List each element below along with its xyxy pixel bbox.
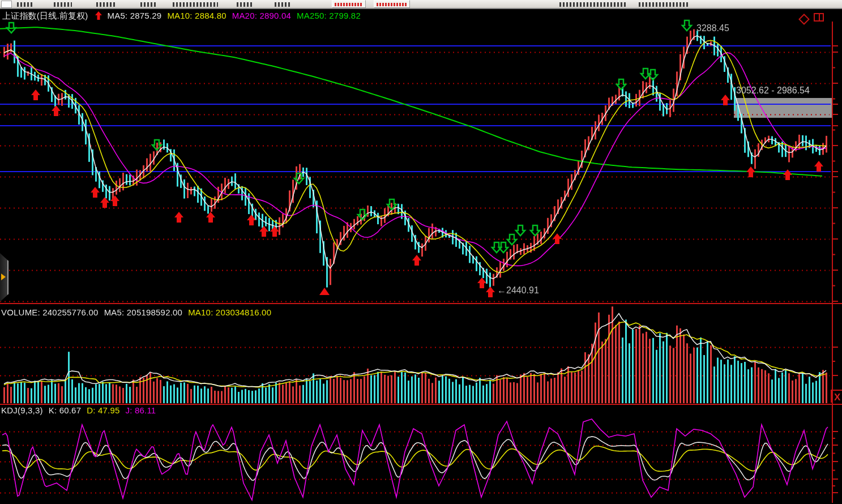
ma5-readout: MA5: 2875.29 (108, 11, 162, 20)
ma10-readout: MA10: 2884.80 (167, 11, 226, 20)
toolbar-item[interactable] (96, 2, 117, 7)
peak-price-label: 3288.45 (696, 23, 729, 33)
ma20-readout: MA20: 2890.04 (232, 11, 291, 20)
kdj-header: KDJ(9,3,3)K: 60.67D: 47.95J: 86.11 (1, 405, 161, 415)
symbol-title: 上证指数(日线.前复权) (2, 11, 88, 20)
expand-right-icon (1, 274, 6, 280)
kdj-j-readout: J: 86.11 (126, 405, 156, 415)
low-price-label: ←2440.91 (497, 285, 539, 296)
app-icon[interactable] (1, 1, 12, 8)
trading-terminal-window: 上证指数(日线.前复权)MA5: 2875.29MA10: 2884.80MA2… (0, 0, 842, 504)
up-arrow-icon (95, 11, 102, 20)
volume-header: VOLUME: 240255776.00MA5: 205198592.00MA1… (1, 307, 277, 317)
toolbar-item[interactable] (559, 2, 626, 7)
kdj-d-readout: D: 47.95 (87, 405, 119, 415)
main-chart-header: 上证指数(日线.前复权)MA5: 2875.29MA10: 2884.80MA2… (2, 11, 366, 22)
toolbar-red-button[interactable] (374, 0, 410, 8)
gap-range-label: 3052.62 - 2986.54 (736, 86, 810, 96)
toolbar-item[interactable] (639, 2, 690, 7)
toolbar-item[interactable] (173, 2, 218, 7)
indicator-x-label[interactable]: X (831, 390, 842, 403)
vol-ma10-readout: MA10: 203034816.00 (188, 307, 271, 317)
sidebar-collapse-handle[interactable] (0, 253, 8, 302)
vol-ma5-readout: MA5: 205198592.00 (104, 307, 183, 317)
toolbar-item[interactable] (54, 2, 72, 7)
toolbar-red-button[interactable] (332, 0, 366, 8)
toolbar-item[interactable] (275, 2, 292, 7)
ma250-readout: MA250: 2799.82 (297, 11, 361, 20)
top-toolbar (0, 0, 842, 9)
kdj-title: KDJ(9,3,3) (1, 405, 43, 415)
kdj-k-readout: K: 60.67 (49, 405, 81, 415)
split-window-icon[interactable] (814, 13, 824, 22)
volume-readout: VOLUME: 240255776.00 (1, 307, 99, 317)
toolbar-item[interactable] (237, 2, 254, 7)
toolbar-item[interactable] (140, 2, 157, 7)
toolbar-item[interactable] (17, 2, 33, 7)
chart-canvas[interactable] (0, 0, 842, 504)
